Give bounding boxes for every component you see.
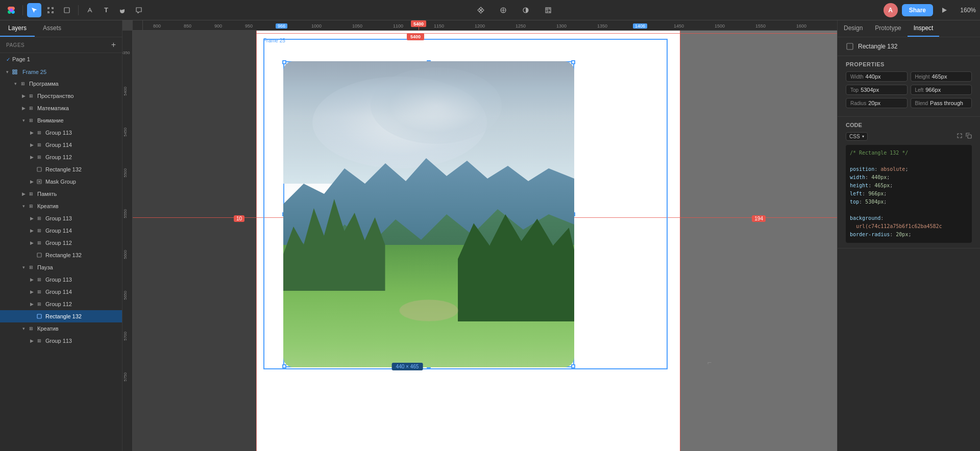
g114-3-arrow: ▶ [29, 289, 35, 295]
code-copy-button[interactable] [966, 133, 972, 140]
layer-pauza[interactable]: ▾ ⊞ Пауза [0, 261, 122, 273]
top-label: Top [850, 87, 859, 93]
svg-rect-22 [968, 135, 971, 138]
tab-prototype[interactable]: Prototype [869, 20, 907, 37]
g113-1-arrow: ▶ [29, 130, 35, 136]
pen-tool-button[interactable] [83, 3, 97, 17]
prostranstvo-icon: ⊞ [28, 92, 35, 99]
layer-group-113-2[interactable]: ▶ ⊞ Group 113 [0, 212, 122, 224]
layer-rect-132-1[interactable]: ▶ Rectangle 132 [0, 163, 122, 176]
layer-pamyat[interactable]: ▶ ⊞ Память [0, 188, 122, 200]
code-line-radius: border-radius: 20px; [850, 231, 968, 239]
component-tool-button[interactable] [474, 3, 488, 17]
present-button[interactable] [937, 3, 951, 17]
code-blank-1 [850, 157, 968, 165]
code-block: /* Rectangle 132 */ position: absolute; … [846, 145, 972, 243]
css-lang-select[interactable]: CSS ▾ [846, 132, 868, 141]
add-page-button[interactable]: + [111, 40, 116, 49]
guide-line-left [256, 31, 257, 451]
blend-value: Pass through [930, 100, 963, 106]
canvas-image-container[interactable] [283, 61, 574, 367]
frame-tool-button[interactable] [43, 3, 58, 17]
layer-vnimanie[interactable]: ▾ ⊞ Внимание [0, 114, 122, 127]
measure-right-label: 194 [752, 215, 766, 222]
forest-left [283, 199, 385, 291]
g113-2-arrow: ▶ [29, 215, 35, 221]
layer-group-113-1[interactable]: ▶ ⊞ Group 113 [0, 127, 122, 139]
g113-3-icon: ⊞ [36, 276, 43, 283]
layer-group-114-2[interactable]: ▶ ⊞ Group 114 [0, 224, 122, 237]
layer-group-112-1[interactable]: ▶ ⊞ Group 112 [0, 151, 122, 163]
g113-1-label: Group 113 [45, 130, 72, 136]
layer-kreativ-2[interactable]: ▾ ⊞ Креатив [0, 322, 122, 335]
radius-field: Radius 20px [846, 98, 908, 108]
rect132-2-label: Rectangle 132 [45, 252, 82, 258]
layer-programma[interactable]: ▾ ⊞ Программа [0, 78, 122, 90]
share-button[interactable]: Share [902, 4, 933, 16]
tab-assets[interactable]: Assets [35, 20, 69, 37]
layer-prostranstvo[interactable]: ▶ ⊞ Пространство [0, 90, 122, 102]
layer-group-113-4[interactable]: ▶ ⊞ Group 113 [0, 335, 122, 347]
layer-group-114-1[interactable]: ▶ ⊞ Group 114 [0, 139, 122, 151]
element-header: Rectangle 132 [838, 37, 980, 56]
svg-rect-4 [64, 8, 69, 13]
code-header: Code [846, 122, 972, 128]
height-field: Height 465px [911, 71, 972, 82]
zoom-level[interactable]: 160% [955, 7, 976, 14]
canvas-area[interactable]: 800 850 900 950 966 1000 1050 1100 1150 … [122, 20, 837, 451]
frame-25-canvas-label: Frame 25 [263, 38, 285, 43]
toolbar: T A Share 160% [0, 0, 980, 20]
layer-rect-132-selected[interactable]: ▶ Rectangle 132 [0, 310, 122, 322]
contrast-tool-button[interactable] [519, 3, 533, 17]
layer-matematika[interactable]: ▶ ⊞ Математика [0, 102, 122, 114]
matematika-arrow: ▶ [20, 105, 27, 111]
scale-tool-button[interactable] [60, 3, 74, 17]
hand-tool-button[interactable] [115, 3, 130, 17]
code-line-left: left: 966px; [850, 190, 968, 198]
g114-2-arrow: ▶ [29, 228, 35, 234]
frame-25-layer[interactable]: ▾ Frame 25 [0, 65, 122, 78]
matematika-label: Математика [37, 105, 69, 111]
top-value: 5304px [861, 87, 879, 93]
instance-tool-button[interactable] [496, 3, 510, 17]
tab-layers[interactable]: Layers [0, 20, 35, 37]
g112-1-arrow: ▶ [29, 154, 35, 160]
layers-list: ▾ ⊞ Программа ▶ ⊞ Пространство ▶ ⊞ Матем… [0, 78, 122, 451]
tab-inspect[interactable]: Inspect [908, 20, 940, 37]
user-avatar[interactable]: A [884, 3, 898, 17]
tab-design[interactable]: Design [838, 20, 869, 37]
kreativ-2-icon: ⊞ [28, 325, 35, 332]
layer-group-113-3[interactable]: ▶ ⊞ Group 113 [0, 273, 122, 286]
svg-rect-3 [52, 12, 54, 13]
pamyat-arrow: ▶ [20, 191, 27, 197]
code-expand-button[interactable] [957, 133, 963, 140]
canvas-right-area [680, 31, 837, 451]
move-tool-button[interactable] [27, 3, 41, 17]
comment-tool-button[interactable] [132, 3, 146, 17]
text-tool-button[interactable]: T [99, 3, 113, 17]
layer-group-112-3[interactable]: ▶ ⊞ Group 112 [0, 298, 122, 310]
layer-kreativ-1[interactable]: ▾ ⊞ Креатив [0, 200, 122, 212]
g113-2-label: Group 113 [45, 215, 72, 221]
left-panel: Layers Assets Pages + ✓ Page 1 ▾ Frame 2… [0, 20, 122, 451]
height-value: 465px [932, 73, 947, 80]
page-1-item[interactable]: ✓ Page 1 [0, 53, 122, 65]
layer-group-114-3[interactable]: ▶ ⊞ Group 114 [0, 286, 122, 298]
rect132-sel-icon [36, 313, 43, 320]
measure-top-label: 5400 [407, 33, 424, 40]
properties-title: Properties [846, 61, 972, 67]
rect132-1-label: Rectangle 132 [45, 166, 82, 172]
css-selector-row: CSS ▾ [846, 132, 972, 141]
mask-arrow: ▶ [29, 179, 35, 185]
layer-group-112-2[interactable]: ▶ ⊞ Group 112 [0, 237, 122, 249]
crop-tool-button[interactable] [541, 3, 555, 17]
layer-rect-132-2[interactable]: ▶ Rectangle 132 [0, 249, 122, 261]
svg-rect-2 [47, 12, 49, 13]
css-label: CSS [849, 134, 860, 139]
svg-rect-10 [15, 70, 17, 71]
layer-mask-group[interactable]: ▶ Mask Group [0, 176, 122, 188]
programma-arrow: ▾ [12, 81, 18, 87]
canvas-content[interactable]: 440 × 465 194 5400 10 Frame 25 ⌐ [133, 31, 837, 451]
figma-menu-button[interactable] [4, 3, 18, 17]
measure-left-label: 10 [234, 215, 244, 222]
